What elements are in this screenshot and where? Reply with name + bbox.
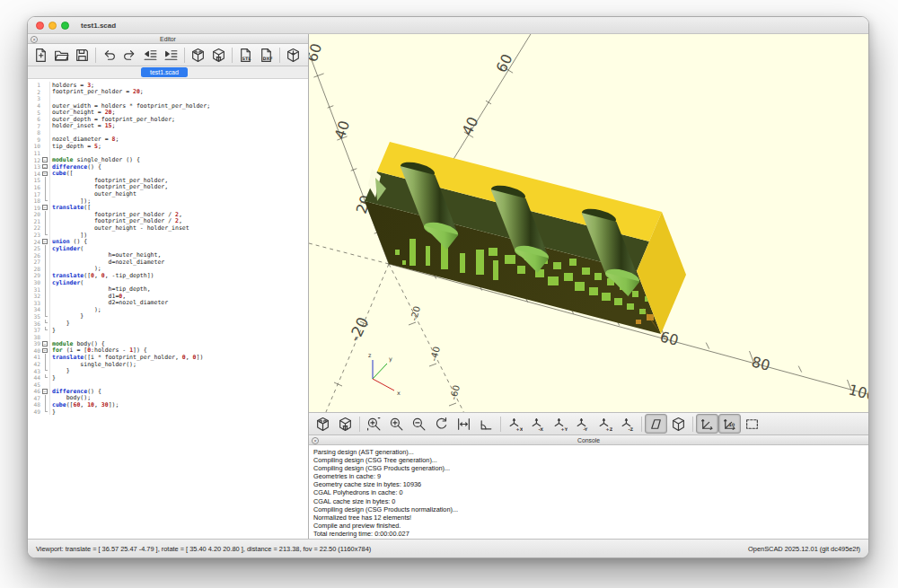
view-plus-z-button[interactable]: +Z <box>594 414 616 434</box>
line-number: 7 <box>28 123 40 129</box>
zoom-all-button[interactable] <box>363 414 385 434</box>
line-number: 35 <box>28 313 40 320</box>
view-minus-y-button[interactable]: -Y <box>571 414 594 434</box>
code-line[interactable]: 43 } <box>28 367 308 374</box>
zoom-in-button[interactable] <box>385 414 408 434</box>
code-text: } <box>49 327 56 334</box>
console-panel-header: ✕ Console <box>309 435 868 445</box>
fold-marker <box>40 361 49 368</box>
close-window-button[interactable] <box>36 22 44 30</box>
svg-text:+Z: +Z <box>606 426 612 431</box>
line-number: 14 <box>28 171 40 177</box>
export-dxf-button[interactable]: DXF <box>256 46 277 65</box>
code-line[interactable]: 49} <box>28 408 308 416</box>
version-text: OpenSCAD 2025.12.01 (git dc495e2f) <box>748 545 860 553</box>
undo-icon <box>101 48 117 63</box>
svg-text:STL: STL <box>242 55 251 60</box>
code-line[interactable]: 10tip_depth = 5; <box>28 143 308 150</box>
tab-test1-scad[interactable]: test1.scad <box>141 67 188 77</box>
code-line[interactable]: 44} <box>28 374 308 382</box>
send-to-printer-button[interactable] <box>283 46 304 65</box>
axis-tick-label: 60 <box>493 51 516 75</box>
fold-marker <box>40 232 49 239</box>
line-number: 48 <box>28 401 40 408</box>
line-number: 40 <box>28 347 40 354</box>
fold-marker[interactable]: – <box>40 340 49 347</box>
line-number: 12 <box>28 157 40 163</box>
model-nozzle-holder <box>365 142 686 334</box>
render-cube-icon <box>338 417 353 432</box>
unindent-button[interactable] <box>140 46 161 65</box>
console-close-icon[interactable]: ✕ <box>312 437 319 444</box>
fold-marker <box>40 285 49 293</box>
render-cube-icon <box>211 48 226 63</box>
fold-marker[interactable]: – <box>40 388 49 395</box>
fold-marker[interactable]: – <box>40 156 49 163</box>
fold-marker <box>40 300 49 307</box>
code-line[interactable]: 2footprint_per_holder = 20; <box>28 89 308 96</box>
line-number: 41 <box>28 354 40 360</box>
orthogonal-button[interactable] <box>667 414 690 434</box>
new-file-button[interactable] <box>31 46 51 65</box>
code-line[interactable]: 7holder_inset = 15; <box>28 122 308 129</box>
zoom-out-button[interactable] <box>408 414 430 434</box>
render-button[interactable] <box>208 46 229 65</box>
axes-icon <box>700 417 715 432</box>
line-number: 16 <box>28 184 40 190</box>
indent-button[interactable] <box>161 46 181 65</box>
line-number: 47 <box>28 395 40 401</box>
fold-marker <box>40 272 49 279</box>
fold-marker <box>40 245 49 252</box>
view-plus-y-button[interactable]: +Y <box>549 414 571 434</box>
code-line[interactable]: 37} <box>28 327 308 334</box>
show-scale-button[interactable]: 10 <box>718 414 741 434</box>
perspective-button[interactable] <box>645 414 667 434</box>
preview-cube-icon <box>190 48 206 63</box>
fold-marker[interactable]: – <box>40 171 49 178</box>
desktop: test1.scad ✕ Editor STLDXF test1.scad 1h… <box>0 0 898 588</box>
fold-marker[interactable]: – <box>40 347 49 355</box>
reset-view-button[interactable] <box>430 414 453 434</box>
code-text: tip_depth = 5; <box>49 143 101 150</box>
perspective-icon <box>648 417 664 432</box>
view-plus-x-button[interactable]: +X <box>504 414 526 434</box>
editor-close-icon[interactable]: ✕ <box>31 36 38 43</box>
preview-button[interactable] <box>312 414 334 434</box>
fold-marker[interactable]: – <box>40 163 49 171</box>
zoom-window-button[interactable] <box>61 22 69 30</box>
fold-marker[interactable]: – <box>40 238 49 245</box>
view-minus-x-button[interactable]: -X <box>526 414 549 434</box>
line-number: 5 <box>28 110 40 116</box>
redo-button[interactable] <box>119 46 140 65</box>
preview-button[interactable] <box>188 46 208 65</box>
svg-text:x: x <box>397 390 401 397</box>
undo-button[interactable] <box>99 46 119 65</box>
measure-angle-button[interactable] <box>475 414 497 434</box>
toolbar-separator <box>359 417 360 432</box>
line-number: 8 <box>28 129 40 136</box>
fold-marker <box>40 190 49 197</box>
export-stl-button[interactable]: STL <box>235 46 256 65</box>
code-line[interactable]: 48 cube([60, 10, 30]); <box>28 401 308 408</box>
measure-distance-button[interactable] <box>453 414 475 434</box>
3d-viewport[interactable]: 60402060406080100-20-20-40-60 <box>309 34 868 412</box>
view-minus-z-button[interactable]: -Z <box>616 414 638 434</box>
code-line[interactable]: 36 } <box>28 320 308 327</box>
reset-view-icon <box>434 417 449 432</box>
window-title: test1.scad <box>81 22 116 30</box>
line-number: 36 <box>28 320 40 327</box>
view-toolbar: +X-X+Y-Y+Z-Z10 <box>309 412 868 435</box>
3d-scene: 60402060406080100-20-20-40-60 <box>309 34 868 412</box>
save-file-button[interactable] <box>72 46 92 65</box>
code-editor[interactable]: 1holders = 3;2footprint_per_holder = 20;… <box>28 79 308 539</box>
show-axes-button[interactable] <box>696 414 718 434</box>
console-panel-title: Console <box>577 437 600 443</box>
open-file-button[interactable] <box>51 46 72 65</box>
render-button[interactable] <box>334 414 357 434</box>
minimize-window-button[interactable] <box>48 22 57 30</box>
fold-marker[interactable]: – <box>40 204 49 211</box>
toolbar-separator <box>232 48 233 63</box>
toolbar-separator <box>692 417 693 432</box>
svg-text:+X: +X <box>516 426 523 431</box>
show-crosshairs-button[interactable] <box>741 414 763 434</box>
